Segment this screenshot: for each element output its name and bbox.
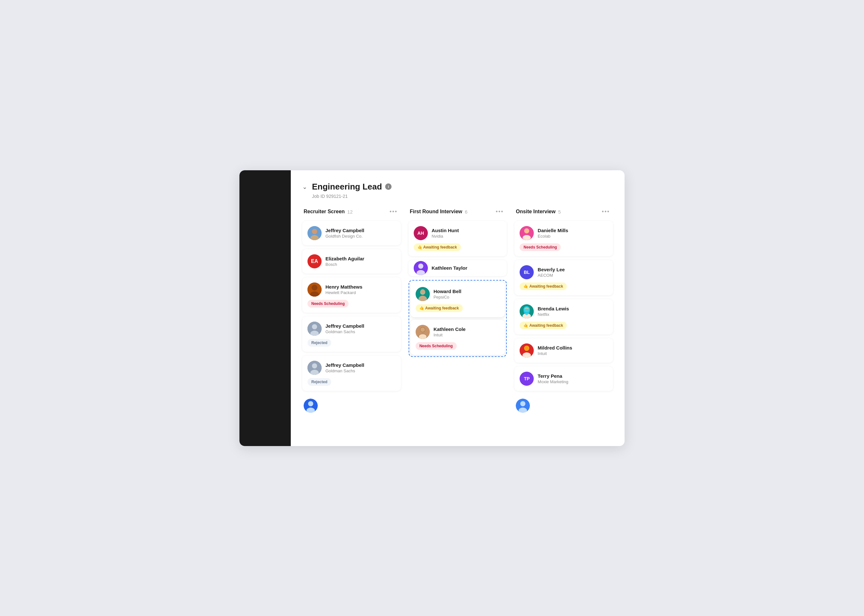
person-company: Ecolab <box>538 234 568 239</box>
person-row: Mildred Collins Intuit <box>520 343 608 358</box>
partial-avatar <box>304 399 318 413</box>
svg-point-8 <box>312 324 317 329</box>
header: ⌄ Engineering Lead i Job ID 929121-21 <box>302 182 613 199</box>
column-count-first-round: 6 <box>465 209 467 215</box>
avatar: BL <box>520 265 534 279</box>
avatar <box>307 226 322 240</box>
column-more-button-recruiter[interactable]: ••• <box>388 208 400 216</box>
column-title-group: First Round Interview 6 <box>410 209 468 215</box>
card-terry-pena[interactable]: TP Terry Pena Moxie Marketing <box>514 366 613 391</box>
header-title-row: ⌄ Engineering Lead i <box>302 182 613 192</box>
status-badge-needs-scheduling: Needs Scheduling <box>520 244 561 251</box>
column-count-onsite: 5 <box>558 209 561 215</box>
person-row: Kathleen Cole Intuit <box>416 325 500 339</box>
card-danielle-mills[interactable]: Danielle Mills Ecolab Needs Scheduling <box>514 221 613 256</box>
person-name: Jeffrey Campbell <box>325 323 364 329</box>
partial-avatar-row <box>302 395 401 413</box>
card-kathleen-taylor-partial[interactable]: Kathleen Taylor <box>408 260 507 276</box>
status-badge-needs-scheduling: Needs Scheduling <box>416 342 457 350</box>
main-content: ⌄ Engineering Lead i Job ID 929121-21 Re… <box>291 170 624 424</box>
person-row: Jeffrey Campbell Goldman Sachs <box>307 361 396 375</box>
person-info: Brenda Lewis Netflix <box>538 306 569 317</box>
avatar-initials: BL <box>524 270 530 275</box>
avatar: TP <box>520 372 534 386</box>
column-more-button-first-round[interactable]: ••• <box>493 208 506 216</box>
person-name: Mildred Collins <box>538 345 572 350</box>
svg-point-32 <box>524 229 529 233</box>
person-info: Elizabeth Aguilar Bosch <box>325 256 364 267</box>
person-info: Kathleen Cole Intuit <box>434 327 466 337</box>
column-onsite-interview: Onsite Interview 5 ••• <box>514 208 613 413</box>
app-container: ⌄ Engineering Lead i Job ID 929121-21 Re… <box>240 170 624 446</box>
column-header-recruiter: Recruiter Screen 12 ••• <box>302 208 401 216</box>
status-badge-rejected: Rejected <box>307 339 331 347</box>
card-howard-bell[interactable]: Howard Bell PepsiCo 🤙 Awaiting feedback <box>410 282 505 317</box>
person-row: BL Beverly Lee AECOM <box>520 265 608 279</box>
card-elizabeth-aguilar[interactable]: EA Elizabeth Aguilar Bosch <box>302 249 401 273</box>
person-name: Kathleen Cole <box>434 327 466 332</box>
column-count-recruiter: 12 <box>347 209 353 215</box>
kanban-board: Recruiter Screen 12 ••• <box>302 208 613 413</box>
person-name: Beverly Lee <box>538 267 564 272</box>
status-badge-needs-scheduling: Needs Scheduling <box>307 300 348 308</box>
person-company: Bosch <box>325 262 364 267</box>
card-brenda-lewis[interactable]: Brenda Lewis Netflix 🤙 Awaiting feedback <box>514 299 613 335</box>
status-badge-awaiting: 🤙 Awaiting feedback <box>414 244 461 251</box>
avatar-initials: TP <box>524 376 530 381</box>
person-row: Jeffrey Campbell Goldman Sachs <box>307 322 396 336</box>
svg-point-3 <box>312 229 317 234</box>
person-name: Brenda Lewis <box>538 306 569 311</box>
person-company: AECOM <box>538 273 564 278</box>
person-company: Hewlett Packard <box>325 290 363 295</box>
avatar <box>520 343 534 358</box>
person-row: Howard Bell PepsiCo <box>416 287 500 301</box>
avatar <box>416 325 430 339</box>
person-name: Terry Pena <box>538 373 568 379</box>
avatar-initials: AH <box>418 231 424 236</box>
card-jeffrey-campbell-goldman2[interactable]: Jeffrey Campbell Goldman Sachs Rejected <box>302 356 401 391</box>
avatar <box>307 322 322 336</box>
avatar: EA <box>307 254 322 269</box>
info-icon[interactable]: i <box>385 184 391 190</box>
person-row: Jeffrey Campbell Goldfish Design Co. <box>307 226 396 240</box>
person-name: Danielle Mills <box>538 228 568 233</box>
card-jeffrey-campbell-goldman1[interactable]: Jeffrey Campbell Goldman Sachs Rejected <box>302 316 401 352</box>
person-info: Danielle Mills Ecolab <box>538 228 568 239</box>
column-recruiter-screen: Recruiter Screen 12 ••• <box>302 208 401 413</box>
collapse-icon[interactable]: ⌄ <box>302 184 309 190</box>
status-badge-awaiting: 🤙 Awaiting feedback <box>416 304 463 312</box>
person-name: Jeffrey Campbell <box>325 362 364 368</box>
avatar: AH <box>414 226 428 240</box>
card-austin-hunt[interactable]: AH Austin Hunt Nvidia 🤙 Awaiting feedbac… <box>408 221 507 256</box>
svg-point-22 <box>421 289 425 294</box>
person-info: Jeffrey Campbell Goldman Sachs <box>325 323 364 334</box>
person-name: Henry Matthews <box>325 284 363 289</box>
status-badge-awaiting: 🤙 Awaiting feedback <box>520 322 567 329</box>
person-info: Mildred Collins Intuit <box>538 345 572 356</box>
card-kathleen-cole[interactable]: Kathleen Cole Intuit Needs Scheduling <box>410 320 505 355</box>
person-row: Brenda Lewis Netflix <box>520 304 608 318</box>
column-title-first-round: First Round Interview <box>410 209 462 215</box>
person-name: Elizabeth Aguilar <box>325 256 364 261</box>
svg-point-14 <box>308 401 313 406</box>
svg-point-41 <box>524 346 529 350</box>
svg-point-17 <box>418 264 423 269</box>
person-info: Kathleen Taylor <box>432 265 467 271</box>
person-row: Henry Matthews Hewlett Packard <box>307 283 396 297</box>
partial-avatar-row <box>514 395 613 413</box>
svg-point-33 <box>523 235 531 240</box>
column-header-onsite: Onsite Interview 5 ••• <box>514 208 613 216</box>
person-info: Jeffrey Campbell Goldfish Design Co. <box>325 228 364 239</box>
card-henry-matthews[interactable]: Henry Matthews Hewlett Packard Needs Sch… <box>302 277 401 313</box>
card-jeffrey-campbell-goldfish[interactable]: Jeffrey Campbell Goldfish Design Co. <box>302 221 401 245</box>
card-beverly-lee[interactable]: BL Beverly Lee AECOM 🤙 Awaiting feedback <box>514 260 613 295</box>
person-company: Intuit <box>538 351 572 356</box>
person-info: Jeffrey Campbell Goldman Sachs <box>325 362 364 373</box>
person-row: AH Austin Hunt Nvidia <box>414 226 502 240</box>
drag-overlay: Howard Bell PepsiCo 🤙 Awaiting feedback <box>408 280 507 357</box>
status-badge-awaiting: 🤙 Awaiting feedback <box>520 283 567 290</box>
card-mildred-collins[interactable]: Mildred Collins Intuit <box>514 338 613 363</box>
column-more-button-onsite[interactable]: ••• <box>600 208 612 216</box>
person-info: Howard Bell PepsiCo <box>434 289 462 300</box>
svg-point-5 <box>312 285 317 291</box>
